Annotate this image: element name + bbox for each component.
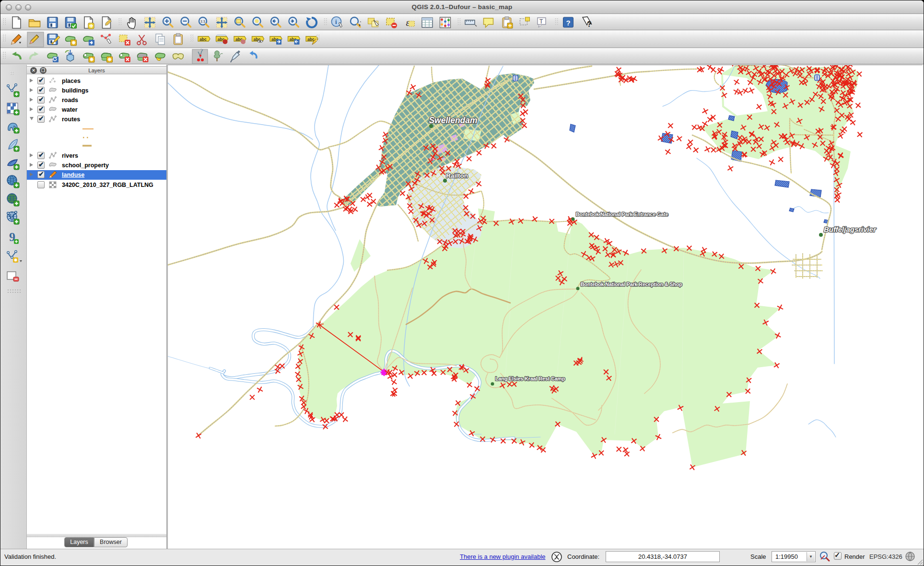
svg-text:Railton: Railton (446, 172, 468, 179)
svg-text:1:1: 1:1 (200, 20, 205, 23)
svg-text:Bontebok National Park Entranc: Bontebok National Park Entrance Gate (576, 211, 668, 217)
svg-text:?: ? (587, 20, 592, 28)
svg-text:abc: abc (307, 37, 315, 42)
svg-text:i: i (335, 18, 337, 25)
svg-text:Buffeljagsrivier: Buffeljagsrivier (824, 225, 877, 233)
svg-text:abc: abc (199, 37, 207, 42)
svg-text:T: T (539, 18, 543, 25)
svg-text:Bontebok National Park Recepti: Bontebok National Park Reception & Shop (581, 281, 682, 287)
svg-text:Lang Elsies Kraal Rest Camp: Lang Elsies Kraal Rest Camp (495, 376, 565, 381)
svg-text:?: ? (566, 19, 571, 27)
svg-text:Swellendam: Swellendam (429, 116, 477, 125)
